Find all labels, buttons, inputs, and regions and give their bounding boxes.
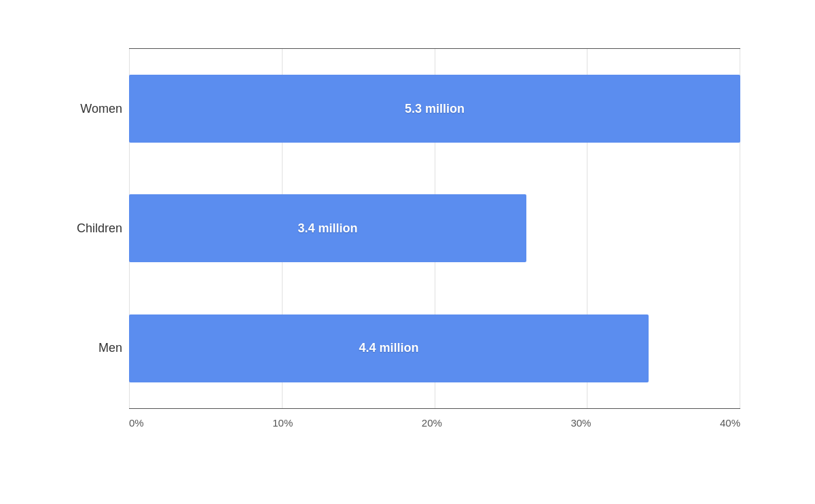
chart-area: Women5.3 millionChildren3.4 millionMen4.… — [129, 49, 740, 408]
bar-track: 5.3 million — [129, 75, 740, 143]
x-axis-label: 30% — [570, 417, 591, 429]
bar-label: Women — [41, 102, 122, 116]
bar-row: Women5.3 million — [129, 54, 740, 163]
bar-track: 3.4 million — [129, 194, 740, 262]
bar-label: Children — [41, 221, 122, 236]
x-axis-label: 10% — [272, 417, 293, 429]
bar-value: 4.4 million — [359, 341, 418, 355]
chart-container: Women5.3 millionChildren3.4 millionMen4.… — [34, 21, 781, 483]
bar-row: Men4.4 million — [129, 294, 740, 403]
bar-fill: 3.4 million — [129, 194, 526, 262]
bar-fill: 4.4 million — [129, 314, 649, 382]
x-axis-label: 20% — [422, 417, 442, 429]
bar-fill: 5.3 million — [129, 75, 740, 143]
x-axis: 0%10%20%30%40% — [129, 408, 740, 429]
bar-row: Children3.4 million — [129, 174, 740, 283]
bar-label: Men — [41, 341, 122, 355]
bar-value: 3.4 million — [297, 221, 357, 236]
bar-value: 5.3 million — [405, 102, 465, 116]
x-axis-label: 0% — [129, 417, 144, 429]
bar-track: 4.4 million — [129, 314, 740, 382]
x-axis-label: 40% — [720, 417, 740, 429]
